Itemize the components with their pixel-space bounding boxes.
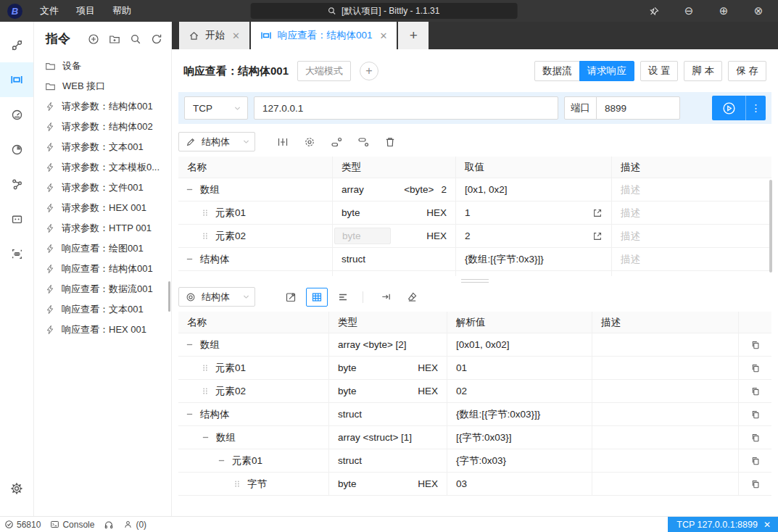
field-value-input[interactable]: 2 [465, 230, 471, 241]
drag-handle-icon[interactable] [202, 209, 209, 217]
add-node-before-icon[interactable] [331, 136, 342, 148]
field-type-select[interactable]: array [342, 184, 364, 195]
field-type-select[interactable]: struct [342, 254, 365, 265]
project-search-box[interactable]: [默认项目] - Bittly - 1.1.31 [250, 3, 517, 19]
command-list-item[interactable]: 响应查看：数据流001 [34, 279, 171, 299]
collapse-icon[interactable] [186, 341, 194, 349]
command-list-item[interactable]: 请求参数：HEX 001 [34, 198, 171, 218]
close-tab-icon[interactable]: ✕ [379, 30, 387, 41]
flow-nodes-icon[interactable] [0, 167, 33, 201]
command-list-item[interactable]: 请求参数：HTTP 001 [34, 218, 171, 238]
field-value-input[interactable]: {数组:[{字节:0x3}]} [465, 253, 544, 266]
field-type-tag[interactable]: HEX [426, 230, 447, 241]
sidebar-scrollbar[interactable] [168, 281, 170, 312]
host-input[interactable] [254, 96, 558, 120]
audio-monitor-toggle[interactable] [104, 520, 114, 530]
delete-trash-icon[interactable] [384, 136, 396, 148]
add-attribute-button[interactable]: + [360, 62, 378, 80]
field-type-select[interactable]: byte [342, 207, 360, 218]
menu-item[interactable]: 帮助 [105, 2, 138, 20]
edit-mode-icon[interactable] [280, 288, 302, 307]
minimize-icon[interactable]: ⊖ [676, 1, 701, 20]
copy-icon[interactable] [750, 433, 761, 443]
copy-icon[interactable] [750, 363, 761, 373]
maximize-icon[interactable]: ⊕ [711, 1, 736, 20]
protocol-select[interactable]: TCP [184, 96, 248, 120]
command-list-item[interactable]: 设备 [34, 56, 171, 76]
send-button[interactable] [712, 96, 745, 120]
viewer-format-select[interactable]: 结构体 [178, 287, 255, 307]
command-list-item[interactable]: 请求参数：文本001 [34, 137, 171, 157]
endian-mode-button[interactable]: 大端模式 [297, 61, 351, 81]
connections-icon[interactable] [0, 28, 33, 62]
command-list-item[interactable]: 响应查看：HEX 001 [34, 320, 171, 340]
menu-item[interactable]: 文件 [33, 2, 66, 20]
table-mode-icon[interactable] [306, 288, 328, 307]
send-options-icon[interactable]: ⋮ [745, 96, 766, 120]
command-list-item[interactable]: 请求参数：文本模板0... [34, 157, 171, 178]
add-command-icon[interactable] [88, 33, 99, 45]
insert-field-icon[interactable] [277, 136, 289, 148]
copy-icon[interactable] [750, 386, 761, 396]
copy-icon[interactable] [750, 479, 761, 489]
new-tab-button[interactable]: + [398, 22, 429, 49]
tab-response-viewer[interactable]: 响应查看：结构体001 ✕ [251, 22, 397, 49]
pick-value-icon[interactable] [592, 208, 603, 218]
add-node-after-icon[interactable] [357, 136, 369, 148]
command-list-item[interactable]: WEB 接口 [34, 76, 171, 96]
serial-port-indicator[interactable]: 56810 [4, 520, 41, 530]
command-list-item[interactable]: 请求参数：结构体001 [34, 96, 171, 117]
disconnect-icon[interactable]: ✕ [763, 520, 771, 530]
command-list-item[interactable]: 响应查看：绘图001 [34, 238, 171, 259]
view-datastream-button[interactable]: 数据流 [534, 61, 580, 81]
save-button[interactable]: 保 存 [728, 61, 766, 81]
description-input[interactable]: 描述 [621, 230, 640, 243]
field-type-tag[interactable]: HEX [426, 207, 447, 218]
refresh-icon[interactable] [151, 33, 162, 45]
field-type-select[interactable]: byte [334, 228, 391, 245]
connection-status-badge[interactable]: TCP 127.0.0.1:8899 ✕ [668, 517, 778, 532]
drag-handle-icon[interactable] [202, 232, 209, 240]
menu-item[interactable]: 项目 [69, 2, 102, 20]
field-value-input[interactable]: [0x1, 0x2] [465, 184, 508, 195]
command-list-item[interactable]: 响应查看：文本001 [34, 299, 171, 320]
collapse-icon[interactable] [218, 457, 225, 465]
description-input[interactable]: 描述 [621, 183, 640, 196]
new-folder-icon[interactable] [109, 33, 120, 45]
port-input[interactable] [596, 96, 680, 120]
table-scrollbar[interactable] [769, 180, 772, 273]
timer-icon[interactable] [0, 132, 33, 167]
settings-button[interactable]: 设 置 [640, 61, 679, 81]
close-window-icon[interactable]: ⊗ [746, 1, 771, 20]
field-value-input[interactable]: 1 [465, 207, 471, 218]
listeners-indicator[interactable]: (0) [123, 520, 146, 530]
collapse-icon[interactable] [186, 186, 194, 194]
response-viewer-icon[interactable] [0, 62, 33, 97]
collapse-icon[interactable] [186, 410, 194, 418]
command-list-item[interactable]: 响应查看：结构体001 [34, 259, 171, 279]
script-button[interactable]: 脚 本 [684, 61, 722, 81]
list-mode-icon[interactable] [332, 288, 354, 307]
clear-results-icon[interactable] [401, 288, 423, 307]
collapse-icon[interactable] [186, 255, 194, 263]
pick-value-icon[interactable] [592, 231, 603, 241]
field-type-tag[interactable]: 2 [441, 184, 447, 195]
copy-icon[interactable] [750, 340, 761, 350]
collapse-icon[interactable] [202, 433, 210, 441]
copy-icon[interactable] [750, 410, 761, 420]
field-subtype[interactable]: <byte> [404, 184, 434, 195]
command-list-item[interactable]: 请求参数：文件001 [34, 178, 171, 198]
view-request-response-button[interactable]: 请求响应 [579, 61, 634, 81]
editor-format-select[interactable]: 结构体 [178, 132, 255, 151]
splitter-handle[interactable] [461, 279, 489, 283]
command-list-item[interactable]: 请求参数：结构体002 [34, 117, 171, 137]
panel-robot-icon[interactable] [0, 201, 33, 236]
description-input[interactable]: 描述 [621, 253, 640, 266]
close-tab-icon[interactable]: ✕ [232, 30, 240, 41]
copy-icon[interactable] [750, 456, 761, 466]
description-input[interactable]: 描述 [621, 207, 640, 220]
tab-start[interactable]: 开始 ✕ [179, 22, 249, 49]
field-settings-gear-icon[interactable] [304, 136, 315, 148]
settings-gear-icon[interactable] [0, 471, 33, 506]
dashboard-gauge-icon[interactable] [0, 97, 33, 132]
